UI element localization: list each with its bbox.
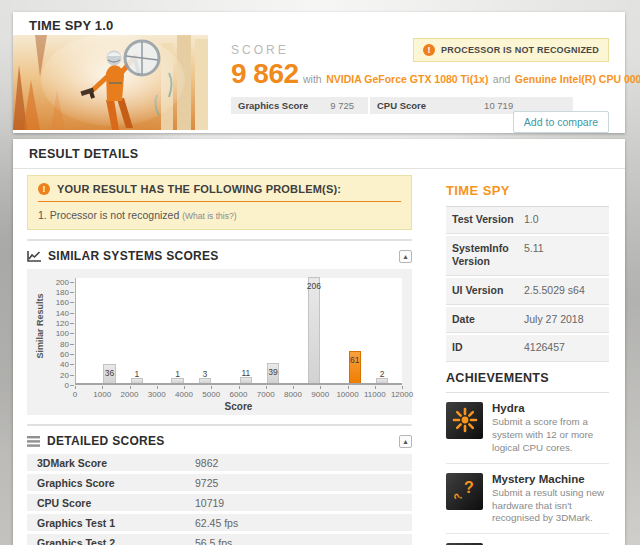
table-row: CPU Score 10719 — [27, 494, 412, 511]
chart-x-tick: 9000 — [305, 390, 335, 399]
chart-x-tickmark — [157, 386, 158, 389]
chart-y-tickmark — [70, 292, 74, 293]
row-value: 56.5 fps — [195, 537, 232, 545]
chart-y-tick: 100 — [43, 329, 69, 338]
chart-bar-value: 1 — [166, 369, 189, 379]
info-value: 4126457 — [524, 341, 565, 355]
result-summary-card: TIME SPY 1.0 — [13, 12, 625, 133]
achievement-text: Mystery Machine Submit a result using ne… — [492, 473, 609, 526]
with-text: with — [303, 73, 322, 85]
add-to-compare-button[interactable]: Add to compare — [513, 111, 609, 133]
info-row: UI Version 2.5.5029 s64 — [446, 278, 609, 305]
chart-x-tickmark — [211, 386, 212, 389]
chart-x-tick: 7000 — [251, 390, 281, 399]
chart-x-tickmark — [348, 386, 349, 389]
chart-x-tick: 10000 — [333, 390, 363, 399]
chart-bar-value: 36 — [98, 368, 121, 378]
chart-bar-value: 11 — [235, 368, 258, 378]
chart-x-tickmark — [75, 386, 76, 389]
table-row: Graphics Test 2 56.5 fps — [27, 534, 412, 545]
chart-y-tick: 120 — [43, 319, 69, 328]
similar-scores-title: SIMILAR SYSTEMS SCORES — [48, 249, 219, 263]
chart-x-tick: 0 — [60, 390, 90, 399]
achievement-item: ? ? Mystery Machine Submit a result usin… — [446, 464, 609, 535]
what-is-this-link[interactable]: (What is this?) — [182, 211, 236, 221]
chart-y-tick: 60 — [43, 350, 69, 359]
chart-x-tickmark — [320, 386, 321, 389]
chart-x-tickmark — [293, 386, 294, 389]
cpu-score-label: CPU Score — [370, 100, 426, 111]
question-marks-icon: ? ? — [446, 473, 483, 510]
chart-bar — [308, 277, 321, 383]
chart-y-tick: 20 — [43, 371, 69, 380]
chart-x-tick: 8000 — [278, 390, 308, 399]
graphics-score-label: Graphics Score — [231, 100, 308, 111]
info-value: 5.11 — [524, 242, 544, 269]
chart-y-tickmark — [70, 302, 74, 303]
info-row: Date July 27 2018 — [446, 307, 609, 334]
graphics-score-cell: Graphics Score 9 725 — [231, 97, 368, 114]
line-chart-icon — [27, 251, 41, 262]
row-label: CPU Score — [27, 497, 195, 509]
chart-x-tick: 2000 — [115, 390, 145, 399]
info-value: July 27 2018 — [524, 313, 584, 327]
section-divider — [27, 424, 412, 426]
gpu-name-link[interactable]: NVIDIA GeForce GTX 1080 Ti(1x) — [326, 73, 488, 85]
detailed-scores-header: DETAILED SCORES ▴ — [27, 434, 412, 448]
collapse-section-button[interactable]: ▴ — [399, 435, 412, 448]
page-title: TIME SPY 1.0 — [13, 12, 625, 33]
svg-text:?: ? — [464, 479, 474, 496]
achievement-desc: Submit a score from a system with 12 or … — [492, 416, 609, 455]
chart-y-tick: 80 — [43, 340, 69, 349]
chart-y-tickmark — [70, 375, 74, 376]
chart-x-tickmark — [402, 386, 403, 389]
achievements-title: ACHIEVEMENTS — [446, 371, 609, 393]
warning-icon: ! — [423, 44, 435, 56]
problem-box-rule — [38, 201, 401, 202]
info-row: SystemInfo Version 5.11 — [446, 236, 609, 276]
cpu-name-link[interactable]: Genuine Intel(R) CPU 0000 @ — [515, 73, 640, 85]
chart-x-tickmark — [239, 386, 240, 389]
chart-x-tick: 4000 — [169, 390, 199, 399]
achievement-text: Hydra Submit a score from a system with … — [492, 402, 609, 455]
chart-x-tickmark — [184, 386, 185, 389]
row-label: 3DMark Score — [27, 457, 195, 469]
result-details-main-column: ! YOUR RESULT HAS THE FOLLOWING PROBLEM(… — [27, 170, 412, 545]
chart-y-tick: 0 — [43, 381, 69, 390]
info-label: ID — [452, 341, 524, 355]
info-row: ID 4126457 — [446, 335, 609, 362]
hero-artwork — [13, 35, 208, 130]
chart-y-tickmark — [70, 364, 74, 365]
chart-y-tickmark — [70, 323, 74, 324]
row-label: Graphics Test 1 — [27, 517, 195, 529]
row-value: 9725 — [195, 477, 218, 489]
overall-score: 9 862 — [231, 58, 299, 89]
chart-bar-value: 61 — [344, 355, 367, 365]
warning-badge-text: PROCESSOR IS NOT RECOGNIZED — [441, 45, 599, 55]
row-label: Graphics Test 2 — [27, 537, 195, 545]
info-label: SystemInfo Version — [452, 242, 524, 269]
collapse-section-button[interactable]: ▴ — [399, 250, 412, 263]
time-spy-hero-image — [13, 35, 208, 130]
chart-bar-value: 39 — [262, 367, 285, 377]
cpu-score-value: 10 719 — [426, 100, 527, 111]
hydra-burst-icon — [446, 402, 483, 439]
warning-icon: ! — [38, 183, 50, 195]
benchmark-result-page: { "app": { "title": "TIME SPY 1.0" }, "c… — [0, 0, 640, 545]
chart-y-tick: 180 — [43, 288, 69, 297]
row-value: 62.45 fps — [195, 517, 238, 529]
chart-y-tickmark — [70, 313, 74, 314]
chart-y-tickmark — [70, 282, 74, 283]
chart-y-tickmark — [70, 344, 74, 345]
info-value: 1.0 — [524, 213, 539, 227]
chart-x-tick: 6000 — [224, 390, 254, 399]
achievement-name: Hydra — [492, 402, 609, 414]
chart-y-tickmark — [70, 333, 74, 334]
graphics-score-value: 9 725 — [330, 100, 368, 111]
problem-item: 1. Processor is not recognized (What is … — [38, 209, 401, 221]
problem-warning-box: ! YOUR RESULT HAS THE FOLLOWING PROBLEM(… — [27, 175, 412, 230]
chart-x-tick: 5000 — [196, 390, 226, 399]
result-details-card: RESULT DETAILS ! YOUR RESULT HAS THE FOL… — [13, 139, 625, 545]
chart-bar-value: 3 — [194, 369, 217, 379]
chart-x-tickmark — [102, 386, 103, 389]
